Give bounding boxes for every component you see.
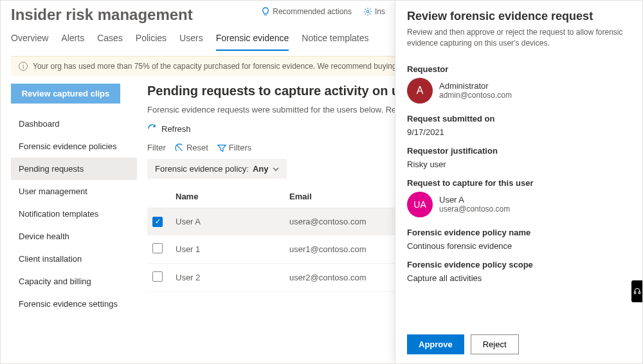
capture-user-email: usera@contoso.com bbox=[439, 205, 510, 214]
requestor-name: Administrator bbox=[439, 81, 512, 91]
top-actions: Recommended actions Ins bbox=[261, 7, 385, 16]
detail-panel: Review forensic evidence request Review … bbox=[395, 1, 642, 363]
svg-rect-2 bbox=[638, 292, 640, 294]
tab-users[interactable]: Users bbox=[179, 33, 203, 51]
panel-desc: Review and then approve or reject the re… bbox=[407, 27, 631, 49]
chevron-down-icon bbox=[273, 166, 279, 172]
tab-policies[interactable]: Policies bbox=[136, 33, 167, 51]
pill-value: Any bbox=[253, 164, 269, 174]
tab-alerts[interactable]: Alerts bbox=[61, 33, 84, 51]
justification-value: Risky user bbox=[407, 159, 631, 169]
cell-name: User A bbox=[170, 208, 284, 235]
cell-name: User 2 bbox=[170, 263, 284, 291]
capture-user-name: User A bbox=[439, 195, 510, 205]
refresh-icon bbox=[147, 123, 158, 134]
sidebar-item-notification-templates[interactable]: Notification templates bbox=[11, 203, 137, 225]
policy-scope-value: Capture all activities bbox=[407, 273, 631, 283]
sidebar-item-capacity-billing[interactable]: Capacity and billing bbox=[11, 270, 137, 293]
col-name[interactable]: Name bbox=[170, 185, 284, 208]
flyout-tab[interactable] bbox=[631, 280, 643, 302]
filters-button[interactable]: Filters bbox=[217, 143, 251, 152]
policy-scope-label: Forensic evidence policy scope bbox=[407, 260, 631, 269]
lightbulb-icon bbox=[261, 7, 270, 16]
sidebar-item-dashboard[interactable]: Dashboard bbox=[11, 113, 137, 135]
row-checkbox[interactable] bbox=[152, 271, 163, 282]
sidebar-item-pending-requests[interactable]: Pending requests bbox=[11, 158, 137, 180]
svg-point-0 bbox=[367, 10, 369, 13]
filter-label: Filter bbox=[147, 143, 166, 152]
info-icon: i bbox=[19, 62, 28, 71]
tab-notice-templates[interactable]: Notice templates bbox=[302, 33, 368, 51]
recommended-actions-link[interactable]: Recommended actions bbox=[261, 7, 352, 16]
reset-filter-button[interactable]: Reset bbox=[175, 143, 208, 152]
settings-link[interactable]: Ins bbox=[363, 7, 385, 16]
gear-icon bbox=[363, 7, 372, 16]
panel-title: Review forensic evidence request bbox=[407, 10, 631, 23]
capture-label: Request to capture for this user bbox=[407, 178, 631, 188]
reset-label: Reset bbox=[186, 143, 208, 152]
pill-label: Forensic evidence policy: bbox=[155, 164, 249, 174]
policy-name-label: Forensic evidence policy name bbox=[407, 228, 631, 237]
sidebar-item-policies[interactable]: Forensic evidence policies bbox=[11, 135, 137, 158]
cell-name: User 1 bbox=[170, 235, 284, 263]
requestor-email: admin@contoso.com bbox=[439, 91, 512, 100]
sidebar-item-client-installation[interactable]: Client installation bbox=[11, 248, 137, 270]
tab-cases[interactable]: Cases bbox=[97, 33, 123, 51]
refresh-label: Refresh bbox=[161, 124, 191, 134]
avatar: UA bbox=[407, 192, 433, 217]
submitted-label: Request submitted on bbox=[407, 114, 631, 123]
sidebar-item-settings[interactable]: Forensic evidence settings bbox=[11, 293, 137, 315]
sidebar-item-user-management[interactable]: User management bbox=[11, 180, 137, 203]
row-checkbox[interactable] bbox=[152, 243, 163, 253]
approve-button[interactable]: Approve bbox=[407, 334, 464, 354]
policy-filter-pill[interactable]: Forensic evidence policy: Any bbox=[147, 159, 287, 179]
reject-button[interactable]: Reject bbox=[471, 334, 519, 354]
sidebar: Review captured clips Dashboard Forensic… bbox=[11, 84, 137, 315]
row-checkbox[interactable]: ✓ bbox=[152, 217, 163, 227]
reset-icon bbox=[175, 143, 184, 152]
recommended-actions-label: Recommended actions bbox=[273, 7, 352, 16]
sidebar-item-device-health[interactable]: Device health bbox=[11, 225, 137, 248]
requestor-label: Requestor bbox=[407, 64, 631, 74]
requestor-persona: A Administrator admin@contoso.com bbox=[407, 78, 631, 104]
tab-forensic-evidence[interactable]: Forensic evidence bbox=[216, 33, 289, 51]
refresh-button[interactable]: Refresh bbox=[147, 123, 191, 134]
settings-label: Ins bbox=[375, 7, 385, 16]
headset-icon bbox=[633, 287, 641, 295]
policy-name-value: Continous forensic evidence bbox=[407, 241, 631, 251]
review-captured-clips-button[interactable]: Review captured clips bbox=[11, 84, 120, 104]
avatar: A bbox=[407, 78, 433, 104]
submitted-value: 9/17/2021 bbox=[407, 127, 631, 137]
filter-icon bbox=[217, 143, 226, 152]
filters-label: Filters bbox=[229, 143, 251, 152]
justification-label: Requestor justification bbox=[407, 146, 631, 156]
tab-overview[interactable]: Overview bbox=[11, 33, 48, 51]
capture-persona: UA User A usera@contoso.com bbox=[407, 192, 631, 217]
svg-rect-1 bbox=[635, 292, 636, 294]
